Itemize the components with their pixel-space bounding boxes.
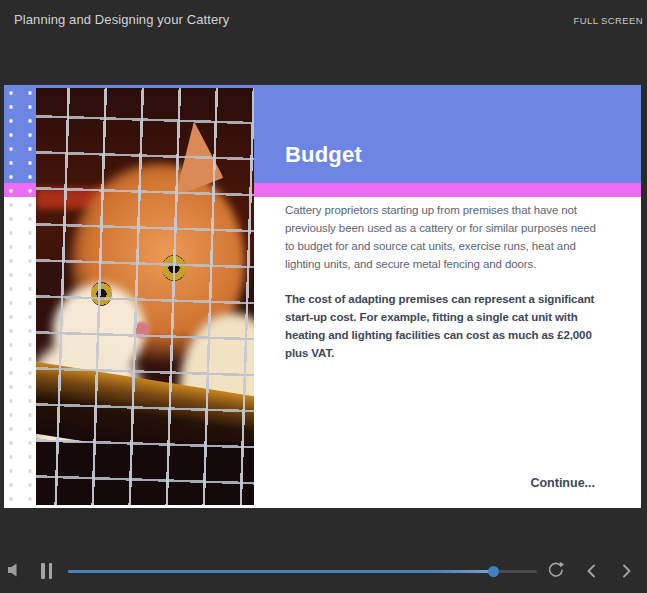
replay-icon (547, 567, 565, 582)
cat-cage-photo (36, 88, 254, 505)
chevron-right-icon (621, 567, 633, 582)
pause-icon (41, 563, 45, 579)
seek-handle[interactable] (488, 566, 499, 577)
chevron-left-icon (585, 567, 597, 582)
slide-body: Cattery proprietors starting up from pre… (285, 201, 607, 379)
volume-button[interactable] (6, 562, 22, 581)
dots-decoration-top (4, 85, 36, 197)
seek-slider[interactable] (68, 566, 537, 577)
seek-progress-fill (68, 570, 494, 573)
dots-decoration-bottom (4, 197, 36, 508)
wire-mesh-overlay (36, 88, 254, 505)
paragraph-2: The cost of adapting premises can repres… (285, 290, 607, 362)
course-title: Planning and Designing your Cattery (14, 12, 229, 27)
previous-button[interactable] (585, 563, 597, 582)
next-button[interactable] (621, 563, 633, 582)
slide-title: Budget (285, 142, 362, 168)
pause-button[interactable] (41, 563, 52, 579)
paragraph-1: Cattery proprietors starting up from pre… (285, 201, 607, 273)
fullscreen-button[interactable]: FULL SCREEN (573, 15, 643, 26)
speaker-icon (6, 566, 22, 581)
continue-link[interactable]: Continue... (530, 476, 595, 490)
slide-stage: Budget Cattery proprietors starting up f… (4, 85, 641, 508)
replay-button[interactable] (547, 561, 565, 582)
player-window: Planning and Designing your Cattery FULL… (0, 0, 647, 593)
pause-icon (49, 563, 53, 579)
